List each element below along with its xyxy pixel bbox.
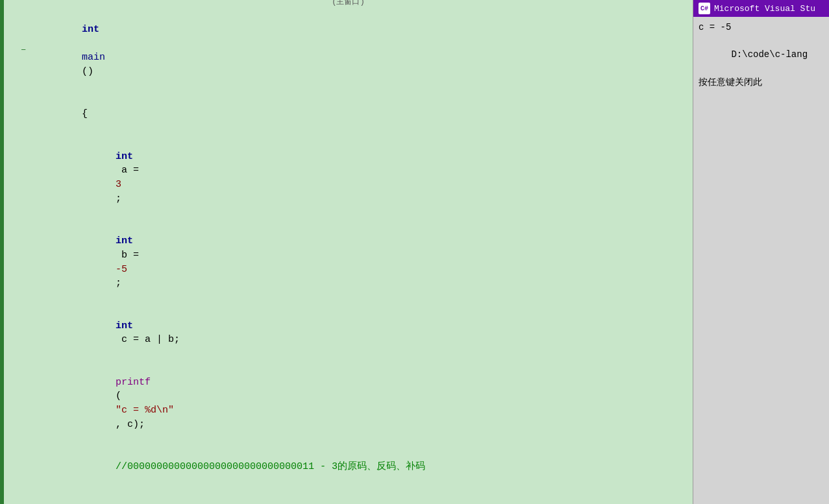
num-neg5: -5	[116, 264, 127, 275]
console-titlebar: C# Microsoft Visual Stu	[693, 0, 829, 17]
line-content-4: int b = -5 ;	[30, 220, 145, 305]
keyword-int-4: int	[116, 320, 133, 331]
line-content-5: int c = a | b;	[30, 305, 180, 361]
line-content-2: {	[30, 93, 88, 136]
code-line-4: int b = -5 ;	[4, 220, 693, 305]
code-line-2: {	[4, 93, 693, 136]
brace-open: {	[82, 108, 88, 119]
keyword-int-1: int	[82, 24, 99, 35]
code-line-3: int a = 3 ;	[4, 136, 693, 221]
line-content-6: printf ( "c = %d\n" , c);	[30, 361, 174, 446]
line-content-1: int main ()	[30, 8, 105, 93]
space-1	[82, 38, 88, 49]
console-path: D:\code\c-lang	[731, 49, 808, 60]
func-main: main	[82, 52, 105, 63]
printf-fn: printf	[116, 377, 151, 388]
semi-1: ;	[116, 193, 121, 204]
paren-1: ()	[82, 66, 93, 77]
var-a-decl: a =	[116, 165, 145, 176]
line-content-8	[30, 488, 41, 503]
vs-logo: C#	[699, 3, 710, 14]
var-b-decl: b =	[116, 250, 145, 261]
code-line-8	[4, 488, 693, 503]
code-area: − int main () { int a = 3 ;	[4, 3, 693, 504]
printf-args: , c);	[116, 419, 145, 430]
code-line-1: − int main ()	[4, 8, 693, 93]
console-body: c = -5 D:\code\c-lang 按任意键关闭此	[693, 17, 829, 504]
console-title: Microsoft Visual Stu	[714, 4, 815, 14]
keyword-int-3: int	[116, 235, 133, 246]
gutter-1: −	[4, 45, 30, 57]
line-content-3: int a = 3 ;	[30, 136, 145, 221]
fold-icon-1[interactable]: −	[21, 45, 26, 57]
num-3: 3	[116, 179, 121, 190]
vs-logo-text: C#	[700, 5, 708, 12]
semi-2: ;	[116, 278, 121, 289]
console-output-2: D:\code\c-lang	[699, 39, 824, 70]
keyword-int-2: int	[116, 151, 133, 162]
printf-paren: (	[116, 390, 121, 402]
console-panel: C# Microsoft Visual Stu c = -5 D:\code\c…	[693, 0, 829, 504]
code-line-7: //00000000000000000000000000000011 - 3的原…	[4, 446, 693, 488]
console-output-3: 按任意键关闭此	[699, 77, 824, 88]
comment-3-original: //00000000000000000000000000000011 - 3的原…	[116, 461, 425, 472]
code-editor: (主窗口) − int main () { int	[4, 0, 693, 504]
str-format: "c = %d\n"	[116, 405, 174, 416]
var-c-decl: c = a | b;	[116, 334, 180, 345]
code-line-5: int c = a | b;	[4, 305, 693, 361]
line-content-7: //00000000000000000000000000000011 - 3的原…	[30, 446, 425, 488]
code-line-6: printf ( "c = %d\n" , c);	[4, 361, 693, 446]
console-output-1: c = -5	[699, 22, 824, 32]
